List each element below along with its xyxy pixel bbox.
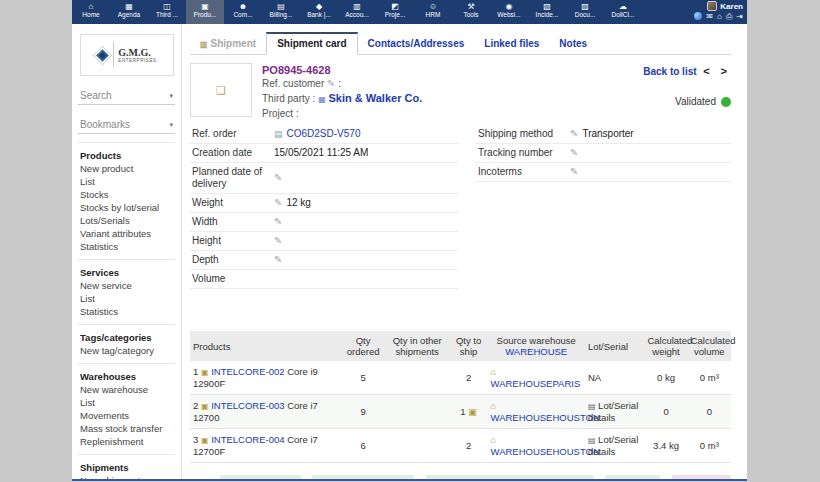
products-table-header: Products Qty ordered Qty in other shipme… (190, 331, 731, 361)
product-link[interactable]: INTELCORE-002 (211, 366, 284, 377)
sidebar-item[interactable]: Stocks (78, 188, 175, 201)
search-dropdown[interactable]: Search ▾ (78, 85, 175, 105)
product-link[interactable]: INTELCORE-004 (211, 434, 284, 445)
edit-pencil-icon[interactable]: ✎ (570, 166, 578, 178)
delete-button[interactable]: DELETE (672, 475, 731, 479)
sidebar-item[interactable]: New shipment (78, 474, 175, 479)
menu-item-icon: ☺ (414, 2, 452, 11)
menu-item[interactable]: ☁ DoliCl... (604, 0, 642, 24)
field-depth: Depth ✎ (190, 251, 458, 270)
products-table: Products Qty ordered Qty in other shipme… (190, 331, 731, 463)
tab-contacts-addresses[interactable]: Contacts/Addresses (358, 34, 475, 54)
sidebar-item[interactable]: Movements (78, 409, 175, 422)
lot-serial-icon: ▤ (588, 436, 596, 445)
sidebar-item[interactable]: Stocks by lot/serial (78, 201, 175, 214)
status-label: Validated (675, 94, 716, 110)
chat-icon[interactable]: ✉ (706, 12, 713, 22)
sidebar-menu: Products New product List Stocks Stocks … (78, 142, 175, 479)
sidebar-item[interactable]: New product (78, 162, 175, 175)
warehouse-icon: ⌂ (491, 435, 496, 445)
menu-item-label: Docu... (566, 11, 604, 19)
send-email-button[interactable]: SEND EMAIL (220, 475, 301, 479)
menu-item[interactable]: ▤ Billing... (262, 0, 300, 24)
sidebar-item[interactable]: List (78, 292, 175, 305)
sidebar-item[interactable]: Statistics (78, 305, 175, 318)
sidebar-item[interactable]: Tags/categories (78, 324, 175, 344)
edit-pencil-icon[interactable]: ✎ (274, 197, 282, 209)
table-row: 1 ▣ INTELCORE-002 Core i9 12900F 5 2 ⌂ W… (190, 361, 731, 395)
tab-notes[interactable]: Notes (549, 34, 597, 54)
sidebar-item[interactable]: Shipments (78, 454, 175, 474)
menu-item-icon: ▧ (528, 2, 566, 11)
print-icon[interactable]: ⎙ (726, 12, 732, 22)
tab-linked-files[interactable]: Linked files (474, 34, 549, 54)
menu-item[interactable]: ⌂ Home (72, 0, 110, 24)
sidebar-item[interactable]: Warehouses (78, 363, 175, 383)
menu-item-icon: ⌂ (72, 2, 110, 11)
edit-pencil-icon[interactable]: ✎ (570, 128, 578, 140)
edit-pencil-icon[interactable]: ✎ (327, 78, 335, 89)
edit-pencil-icon[interactable]: ✎ (274, 216, 282, 228)
menu-item-icon: ◫ (148, 2, 186, 11)
sidebar-item[interactable]: Products (78, 142, 175, 162)
tab-shipment-card[interactable]: Shipment card (266, 32, 357, 55)
building-icon[interactable]: ⌂ (717, 12, 722, 22)
menu-item[interactable]: ▦ Agenda (110, 0, 148, 24)
menu-item-label: Tools (452, 11, 490, 19)
sphere-icon[interactable] (694, 12, 702, 20)
warehouse-link[interactable]: WAREHOUSEPARIS (491, 378, 581, 389)
prev-record-arrow[interactable]: < (699, 65, 713, 77)
edit-pencil-icon[interactable]: ✎ (274, 172, 282, 184)
menu-item[interactable]: ◆ Bank |... (300, 0, 338, 24)
menu-item-label: Com... (224, 11, 262, 19)
menu-item-label: Websi... (490, 11, 528, 19)
company-icon: ▦ (318, 95, 326, 104)
menu-item[interactable]: ▧ Incide... (528, 0, 566, 24)
ref-order-link[interactable]: CO6D2SD-V570 (287, 128, 361, 140)
menu-item[interactable]: ▥ Accou... (338, 0, 376, 24)
sidebar-item[interactable]: New tag/category (78, 344, 175, 357)
warehouse-header-link[interactable]: WAREHOUSE (505, 346, 567, 357)
sidebar-item[interactable]: List (78, 396, 175, 409)
menu-item-label: Third ... (148, 11, 186, 19)
back-to-list-link[interactable]: Back to list (643, 66, 696, 77)
menu-item[interactable]: ⚒ Tools (452, 0, 490, 24)
edit-pencil-icon[interactable]: ✎ (274, 235, 282, 247)
edit-pencil-icon[interactable]: ✎ (274, 254, 282, 266)
menu-item[interactable]: ◉ Websi... (490, 0, 528, 24)
product-icon: ▣ (201, 368, 209, 377)
product-link[interactable]: INTELCORE-003 (211, 400, 284, 411)
menu-item-icon: ⚒ (452, 2, 490, 11)
bookmarks-dropdown[interactable]: Bookmarks ▾ (78, 114, 175, 134)
menu-item[interactable]: ☺ HRM (414, 0, 452, 24)
sidebar-item[interactable]: Replenishment (78, 435, 175, 448)
menu-item[interactable]: ▣ Produ... (186, 0, 224, 24)
menu-item[interactable]: ▨ Docu... (566, 0, 604, 24)
sidebar-item[interactable]: Variant attributes (78, 227, 175, 240)
menu-item[interactable]: ◫ Third ... (148, 0, 186, 24)
weight-value: 12 kg (286, 197, 310, 209)
user-menu[interactable]: Karen (694, 1, 743, 11)
close-button[interactable]: CLOSE (605, 475, 660, 479)
warehouse-link[interactable]: WAREHOUSEHOUSTON (491, 412, 600, 423)
sidebar-item[interactable]: List (78, 175, 175, 188)
menu-item-label: Produ... (186, 11, 224, 19)
third-party-label: Third party : (262, 93, 315, 104)
table-row: 2 ▣ INTELCORE-003 Core i7 12700 9 1 ▣ ⌂ … (190, 395, 731, 429)
menu-item[interactable]: ◩ Proje... (376, 0, 414, 24)
sidebar-item[interactable]: Mass stock transfer (78, 422, 175, 435)
logout-icon[interactable]: ⇥ (736, 12, 743, 22)
third-party-link[interactable]: Skin & Walker Co. (328, 92, 422, 104)
sidebar-item[interactable]: New service (78, 279, 175, 292)
sidebar-item[interactable]: Statistics (78, 240, 175, 253)
sidebar-item[interactable]: New warehouse (78, 383, 175, 396)
edit-pencil-icon[interactable]: ✎ (570, 147, 578, 159)
menu-item[interactable]: ☻ Com... (224, 0, 262, 24)
create-invoice-button[interactable]: CREATE INVOICE (312, 475, 414, 479)
table-row: 3 ▣ INTELCORE-004 Core i7 12700F 6 2 ⌂ W… (190, 429, 731, 463)
sidebar-item[interactable]: Lots/Serials (78, 214, 175, 227)
warehouse-link[interactable]: WAREHOUSEHOUSTON (491, 446, 600, 457)
generate-delivery-receipt-button[interactable]: GENERATE DELIVERY RECEIPT (426, 475, 593, 479)
sidebar-item[interactable]: Services (78, 259, 175, 279)
next-record-arrow[interactable]: > (717, 65, 731, 77)
